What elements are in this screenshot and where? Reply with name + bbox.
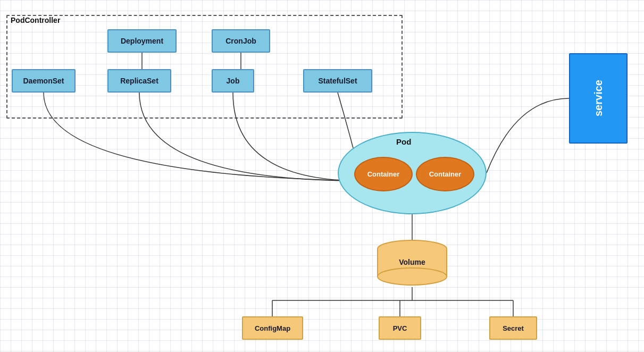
configmap-node: ConfigMap xyxy=(242,316,303,340)
service-node: service xyxy=(569,53,628,144)
diagram-canvas: PodController DaemonSet Deployment Repli… xyxy=(0,0,644,352)
svg-point-4 xyxy=(378,268,447,285)
job-node: Job xyxy=(212,69,254,93)
pod-controller-label: PodController xyxy=(11,16,60,24)
pod-label: Pod xyxy=(396,137,411,146)
container-1: Container xyxy=(354,157,413,191)
daemonset-node: DaemonSet xyxy=(12,69,76,93)
secret-node: Secret xyxy=(489,316,537,340)
cronjob-node: CronJob xyxy=(212,29,270,53)
replicaset-node: ReplicaSet xyxy=(107,69,171,93)
pod-controller-border xyxy=(6,15,403,119)
volume-node: Volume xyxy=(375,239,449,287)
statefulset-node: StatefulSet xyxy=(303,69,372,93)
svg-text:Volume: Volume xyxy=(399,258,425,266)
pvc-node: PVC xyxy=(379,316,421,340)
deployment-node: Deployment xyxy=(107,29,177,53)
container-2: Container xyxy=(416,157,474,191)
